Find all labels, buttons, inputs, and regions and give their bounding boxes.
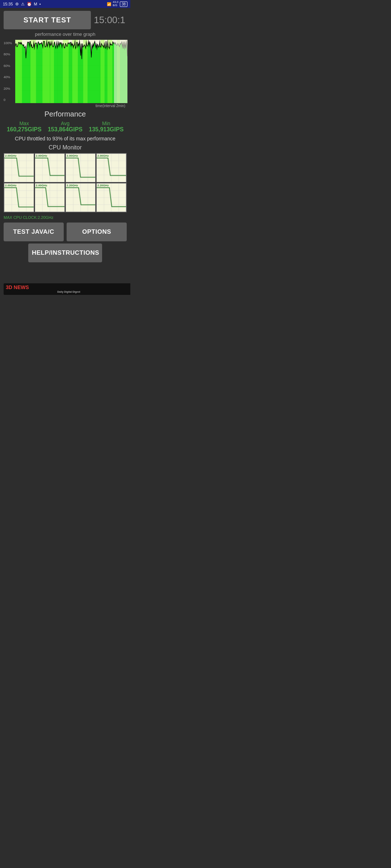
cpu-cell-6: 2.20GHz — [66, 183, 96, 212]
cpu-freq-label-7: 2.20GHz — [97, 183, 110, 187]
status-bar-left: 15:35 ⚙ ⚠ ⏰ M • — [3, 2, 41, 7]
cpu-freq-label-5: 2.00GHz — [35, 183, 48, 187]
performance-stats: Max 160,275GIPS Avg 153,864GIPS Min 135,… — [4, 120, 127, 133]
cpu-cell-7: 2.20GHz — [96, 183, 126, 212]
cpu-monitor-title: CPU Monitor — [4, 144, 127, 151]
logo-box: 3D NEWS Daily Digital Digest — [4, 283, 130, 295]
top-row: START TEST 15:00:1 — [4, 11, 127, 29]
settings-icon: ⚙ — [15, 2, 19, 7]
cpu-freq-label-2: 2.00GHz — [66, 154, 79, 158]
cpu-graph-3 — [97, 154, 126, 182]
status-bar: 15:35 ⚙ ⚠ ⏰ M • 📶 43,0 B/S 38 — [0, 0, 130, 8]
perf-avg: Avg 153,864GIPS — [48, 120, 83, 133]
cpu-freq-label-6: 2.20GHz — [66, 183, 79, 187]
start-test-button[interactable]: START TEST — [4, 11, 91, 29]
main-content: START TEST 15:00:1 performance over time… — [0, 8, 130, 265]
wifi-icon: 📶 — [107, 2, 111, 6]
cpu-cell-4: 2.00GHz — [4, 183, 34, 212]
status-bar-right: 📶 43,0 B/S 38 — [107, 1, 127, 7]
cpu-graph-4 — [4, 183, 34, 212]
y-label-0: 0 — [4, 98, 14, 102]
dot-icon: • — [39, 2, 41, 6]
clock-icon: ⏰ — [27, 2, 32, 7]
y-label-40: 40% — [4, 75, 14, 79]
battery: 38 — [120, 1, 127, 7]
bottom-buttons-row1: TEST JAVA/C OPTIONS — [4, 223, 127, 241]
cpu-graph-0 — [4, 154, 34, 182]
graph-title: performance over time graph — [4, 31, 127, 37]
performance-title: Performance — [4, 110, 127, 118]
cpu-freq-label-0: 2.00GHz — [4, 154, 17, 158]
cpu-cell-2: 2.00GHz — [66, 153, 96, 182]
y-label-100: 100% — [4, 41, 14, 45]
perf-max: Max 160,275GIPS — [7, 120, 42, 133]
cpu-cell-0: 2.00GHz — [4, 153, 34, 182]
logo-area: 3D NEWS Daily Digital Digest — [4, 283, 130, 295]
cpu-grid: 2.00GHz2.00GHz2.00GHz2.00GHz2.00GHz2.00G… — [4, 153, 127, 212]
y-label-20: 20% — [4, 87, 14, 90]
cpu-graph-5 — [35, 183, 64, 212]
y-label-60: 60% — [4, 64, 14, 68]
time: 15:35 — [3, 2, 13, 6]
y-label-80: 80% — [4, 52, 14, 56]
cpu-freq-label-3: 2.00GHz — [97, 154, 110, 158]
logo-3d: 3D — [6, 284, 12, 290]
logo-subtitle: Daily Digital Digest — [6, 291, 130, 293]
throttle-message: CPU throttled to 93% of its max performa… — [4, 135, 127, 142]
cpu-cell-1: 2.00GHz — [35, 153, 65, 182]
cpu-graph-1 — [35, 154, 64, 182]
x-axis-label: time(interval 2min) — [4, 104, 127, 108]
cpu-cell-3: 2.00GHz — [96, 153, 126, 182]
cpu-freq-label-4: 2.00GHz — [4, 183, 17, 187]
logo-news: NEWS — [12, 284, 29, 290]
cpu-graph-6 — [66, 183, 95, 212]
mail-icon: M — [34, 2, 37, 6]
performance-graph-wrapper: 100% 80% 60% 40% 20% 0 time(interval 2mi… — [4, 40, 127, 108]
bottom-buttons-row2: HELP/INSTRUCTIONS — [4, 244, 127, 262]
timer-display: 15:00:1 — [94, 14, 127, 26]
network-speed: 43,0 B/S — [113, 1, 118, 7]
test-java-c-button[interactable]: TEST JAVA/C — [4, 223, 64, 241]
cpu-cell-5: 2.00GHz — [35, 183, 65, 212]
cpu-freq-label-1: 2.00GHz — [35, 154, 48, 158]
performance-graph-canvas — [15, 40, 127, 103]
perf-min: Min 135,913GIPS — [89, 120, 123, 133]
warning-icon: ⚠ — [21, 2, 25, 7]
cpu-graph-2 — [66, 154, 95, 182]
max-cpu-clock: MAX CPU CLOCK:2.20GHz — [4, 215, 127, 220]
help-instructions-button[interactable]: HELP/INSTRUCTIONS — [28, 244, 102, 262]
y-axis-labels: 100% 80% 60% 40% 20% 0 — [4, 40, 14, 103]
options-button[interactable]: OPTIONS — [67, 223, 127, 241]
cpu-graph-7 — [97, 183, 126, 212]
